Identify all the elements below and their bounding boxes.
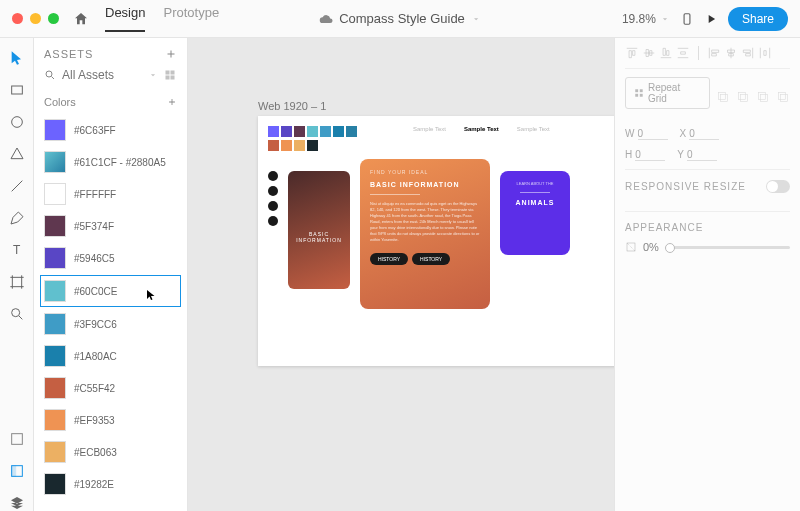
align-left-icon[interactable] — [707, 46, 721, 60]
artboard[interactable]: Sample Text Sample Text Sample Text BASI… — [258, 116, 614, 366]
minimize-window[interactable] — [30, 13, 41, 24]
align-top-icon[interactable] — [625, 46, 639, 60]
color-label: #3F9CC6 — [74, 319, 117, 330]
svg-point-2 — [11, 117, 22, 128]
inspector-panel: Repeat Grid W X H Y RESPONSIVE RESIZE AP… — [614, 38, 800, 511]
color-label: #EF9353 — [74, 415, 115, 426]
color-item[interactable]: #5F374F — [34, 210, 187, 242]
play-icon[interactable] — [704, 12, 718, 26]
add-color-icon[interactable] — [167, 97, 177, 107]
svg-rect-15 — [640, 89, 643, 92]
color-item[interactable]: #ECB063 — [34, 436, 187, 468]
tool-column: T — [0, 38, 34, 511]
width-input[interactable] — [638, 128, 668, 140]
line-tool[interactable] — [9, 178, 25, 194]
svg-point-5 — [11, 309, 19, 317]
color-swatch — [44, 441, 66, 463]
tab-design[interactable]: Design — [105, 5, 145, 32]
color-label: #5F374F — [74, 221, 114, 232]
svg-rect-26 — [627, 243, 635, 251]
color-item[interactable]: #5946C5 — [34, 242, 187, 274]
align-bottom-icon[interactable] — [659, 46, 673, 60]
document-name: Compass Style Guide — [339, 11, 465, 26]
svg-rect-6 — [11, 434, 22, 445]
color-item[interactable]: #19282E — [34, 468, 187, 500]
repeat-grid-button[interactable]: Repeat Grid — [625, 77, 710, 109]
svg-rect-10 — [166, 71, 170, 75]
pen-tool[interactable] — [9, 210, 25, 226]
opacity-slider[interactable] — [665, 246, 790, 249]
select-tool[interactable] — [9, 50, 25, 66]
titlebar: Design Prototype Compass Style Guide 19.… — [0, 0, 800, 38]
boolean-intersect-icon[interactable] — [756, 90, 770, 104]
rectangle-tool[interactable] — [9, 82, 25, 98]
svg-rect-21 — [741, 95, 748, 102]
home-icon[interactable] — [73, 11, 89, 27]
color-item[interactable]: #C55F42 — [34, 372, 187, 404]
y-input[interactable] — [687, 149, 717, 161]
zoom-tool[interactable] — [9, 306, 25, 322]
chevron-down-icon — [660, 14, 670, 24]
align-vcenter-icon[interactable] — [642, 46, 656, 60]
svg-rect-12 — [166, 76, 170, 80]
color-item[interactable]: #6C63FF — [34, 114, 187, 146]
align-controls — [625, 46, 790, 69]
color-item[interactable]: #1A80AC — [34, 340, 187, 372]
svg-text:T: T — [13, 243, 21, 257]
libraries-panel-toggle[interactable] — [9, 463, 25, 479]
chevron-down-icon[interactable] — [148, 70, 158, 80]
svg-rect-24 — [778, 92, 785, 99]
layers-panel-toggle[interactable] — [9, 495, 25, 511]
boolean-exclude-icon[interactable] — [776, 90, 790, 104]
svg-rect-25 — [781, 95, 788, 102]
color-swatch — [44, 345, 66, 367]
maximize-window[interactable] — [48, 13, 59, 24]
grid-view-icon[interactable] — [164, 69, 176, 81]
canvas[interactable]: Web 1920 – 1 Sample Text Sample Text Sam… — [188, 38, 614, 511]
tab-prototype[interactable]: Prototype — [163, 5, 219, 32]
ellipse-tool[interactable] — [9, 114, 25, 130]
height-input[interactable] — [635, 149, 665, 161]
color-item[interactable]: #60C0CE — [40, 275, 181, 307]
chevron-down-icon — [471, 14, 481, 24]
assets-search[interactable] — [34, 66, 187, 90]
colors-section-label: Colors — [44, 96, 76, 108]
artboard-tool[interactable] — [9, 274, 25, 290]
card-purple: LEARN ABOUT THE ANIMALS — [500, 171, 570, 255]
color-label: #ECB063 — [74, 447, 117, 458]
distribute-v-icon[interactable] — [676, 46, 690, 60]
x-input[interactable] — [689, 128, 719, 140]
color-label: #6C63FF — [74, 125, 116, 136]
card-main: FIND YOUR IDEAL BASIC INFORMATION Nisi u… — [360, 159, 490, 309]
add-asset-icon[interactable] — [165, 48, 177, 60]
assets-panel-toggle[interactable] — [9, 431, 25, 447]
responsive-label: RESPONSIVE RESIZE — [625, 181, 746, 192]
distribute-h-icon[interactable] — [758, 46, 772, 60]
align-right-icon[interactable] — [741, 46, 755, 60]
svg-rect-1 — [11, 86, 22, 94]
close-window[interactable] — [12, 13, 23, 24]
color-swatch — [44, 247, 66, 269]
color-item[interactable]: #FFFFFF — [34, 178, 187, 210]
color-label: #5946C5 — [74, 253, 115, 264]
color-item[interactable]: #3F9CC6 — [34, 308, 187, 340]
align-hcenter-icon[interactable] — [724, 46, 738, 60]
responsive-toggle[interactable] — [766, 180, 790, 193]
opacity-value: 0% — [643, 241, 659, 253]
zoom-level[interactable]: 19.8% — [622, 12, 670, 26]
svg-rect-14 — [635, 89, 638, 92]
svg-rect-18 — [719, 92, 726, 99]
polygon-tool[interactable] — [9, 146, 25, 162]
share-button[interactable]: Share — [728, 7, 788, 31]
boolean-add-icon[interactable] — [716, 90, 730, 104]
color-item[interactable]: #EF9353 — [34, 404, 187, 436]
artboard-label[interactable]: Web 1920 – 1 — [258, 100, 326, 112]
text-tool[interactable]: T — [9, 242, 25, 258]
assets-panel: ASSETS Colors #6C63FF#61C1CF - #2880A5#F… — [34, 38, 188, 511]
svg-rect-23 — [761, 95, 768, 102]
document-title[interactable]: Compass Style Guide — [319, 11, 481, 26]
search-input[interactable] — [62, 68, 142, 82]
device-preview-icon[interactable] — [680, 12, 694, 26]
color-item[interactable]: #61C1CF - #2880A5 — [34, 146, 187, 178]
boolean-subtract-icon[interactable] — [736, 90, 750, 104]
